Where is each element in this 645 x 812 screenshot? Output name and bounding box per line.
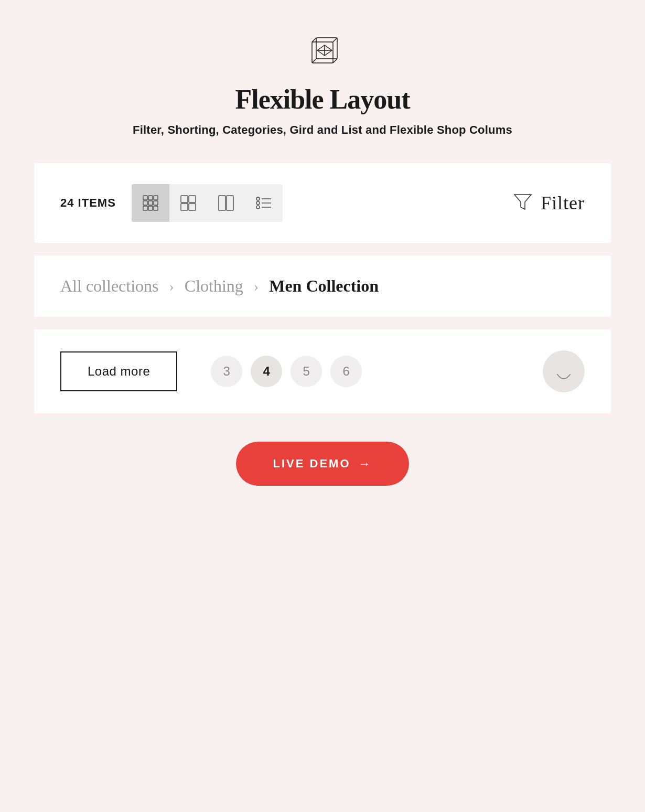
items-count: 24 ITEMS (60, 196, 116, 210)
svg-rect-19 (189, 196, 196, 202)
svg-line-3 (333, 38, 337, 42)
toolbar-card: 24 ITEMS (34, 163, 611, 243)
grid-options (132, 184, 283, 222)
grid-2col-large-icon (218, 195, 234, 211)
logo-icon (302, 31, 343, 73)
svg-point-26 (256, 201, 260, 205)
svg-rect-22 (219, 196, 225, 210)
grid-3col-icon (142, 195, 159, 211)
svg-rect-18 (181, 196, 188, 202)
page-3-button[interactable]: 3 (211, 356, 242, 387)
svg-rect-12 (143, 201, 147, 205)
breadcrumb-all-collections[interactable]: All collections (60, 276, 159, 296)
scroll-indicator (543, 350, 585, 392)
page-6-button[interactable]: 6 (330, 356, 362, 387)
header-section: Flexible Layout Filter, Shorting, Catego… (133, 31, 512, 137)
pagination-card: Load more 3 4 5 6 (34, 329, 611, 413)
filter-icon (512, 191, 533, 215)
breadcrumb-separator-2: › (254, 278, 259, 295)
svg-line-2 (312, 38, 316, 42)
breadcrumb-separator-1: › (169, 278, 174, 295)
svg-rect-9 (143, 196, 147, 200)
svg-point-28 (256, 206, 260, 209)
svg-rect-10 (148, 196, 153, 200)
page-title: Flexible Layout (235, 84, 410, 115)
svg-rect-14 (154, 201, 158, 205)
load-more-button[interactable]: Load more (60, 351, 177, 391)
scroll-down-icon (553, 372, 574, 388)
svg-rect-13 (148, 201, 153, 205)
arrow-right-icon: → (358, 456, 372, 471)
grid-2col-button[interactable] (169, 184, 207, 222)
breadcrumb-card: All collections › Clothing › Men Collect… (34, 255, 611, 317)
svg-rect-15 (143, 206, 147, 210)
svg-point-24 (256, 197, 260, 200)
svg-rect-16 (148, 206, 153, 210)
page-4-button[interactable]: 4 (251, 356, 282, 387)
breadcrumb-clothing[interactable]: Clothing (185, 276, 243, 296)
page-subtitle: Filter, Shorting, Categories, Gird and L… (133, 123, 512, 137)
page-numbers: 3 4 5 6 (211, 356, 362, 387)
grid-3col-button[interactable] (132, 184, 169, 222)
svg-rect-17 (154, 206, 158, 210)
grid-2col-large-button[interactable] (207, 184, 245, 222)
svg-rect-23 (227, 196, 233, 210)
svg-marker-30 (514, 195, 531, 209)
svg-rect-20 (181, 204, 188, 210)
svg-rect-11 (154, 196, 158, 200)
list-view-button[interactable] (245, 184, 283, 222)
page-5-button[interactable]: 5 (291, 356, 322, 387)
svg-rect-21 (189, 204, 196, 210)
breadcrumb-men-collection[interactable]: Men Collection (269, 276, 379, 296)
live-demo-label: LIVE DEMO (273, 457, 350, 471)
svg-line-4 (333, 59, 337, 63)
filter-section[interactable]: Filter (512, 191, 585, 215)
list-view-icon (255, 195, 272, 211)
filter-label: Filter (541, 192, 585, 214)
svg-line-5 (312, 59, 316, 63)
grid-2col-icon (180, 195, 197, 211)
live-demo-button[interactable]: LIVE DEMO → (236, 442, 408, 486)
